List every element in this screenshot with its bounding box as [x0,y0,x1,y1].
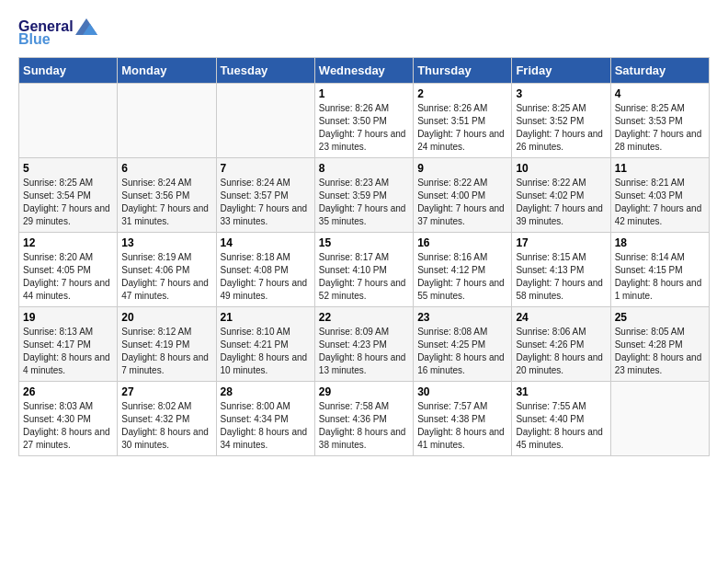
day-info: Sunrise: 8:25 AMSunset: 3:53 PMDaylight:… [615,102,705,154]
calendar-cell [118,84,216,158]
day-number: 30 [417,385,507,398]
logo-container: General Blue [18,18,97,48]
day-info: Sunrise: 7:58 AMSunset: 4:36 PMDaylight:… [319,400,409,452]
day-number: 7 [221,162,311,175]
day-info: Sunrise: 8:22 AMSunset: 4:00 PMDaylight:… [417,177,507,228]
calendar-week: 12Sunrise: 8:20 AMSunset: 4:05 PMDayligh… [19,233,710,307]
calendar-cell: 26Sunrise: 8:03 AMSunset: 4:30 PMDayligh… [19,382,118,456]
calendar-table: SundayMondayTuesdayWednesdayThursdayFrid… [18,57,710,456]
calendar-cell: 19Sunrise: 8:13 AMSunset: 4:17 PMDayligh… [19,307,118,382]
day-info: Sunrise: 8:19 AMSunset: 4:06 PMDaylight:… [121,251,211,303]
day-info: Sunrise: 8:02 AMSunset: 4:32 PMDaylight:… [121,400,211,452]
day-number: 15 [319,236,409,249]
calendar-cell: 2Sunrise: 8:26 AMSunset: 3:51 PMDaylight… [414,84,512,158]
calendar-cell: 30Sunrise: 7:57 AMSunset: 4:38 PMDayligh… [414,382,512,456]
day-number: 13 [121,236,211,249]
day-info: Sunrise: 8:18 AMSunset: 4:08 PMDaylight:… [221,251,311,303]
calendar-cell: 18Sunrise: 8:14 AMSunset: 4:15 PMDayligh… [610,233,709,307]
day-number: 17 [516,236,606,249]
calendar-cell: 5Sunrise: 8:25 AMSunset: 3:54 PMDaylight… [19,158,118,233]
day-info: Sunrise: 8:25 AMSunset: 3:52 PMDaylight:… [516,102,606,154]
day-number: 1 [319,87,409,100]
calendar-cell: 25Sunrise: 8:05 AMSunset: 4:28 PMDayligh… [610,307,709,382]
day-info: Sunrise: 8:08 AMSunset: 4:25 PMDaylight:… [417,326,507,377]
header-day: Wednesday [314,58,413,84]
day-number: 11 [615,162,705,175]
calendar-cell: 7Sunrise: 8:24 AMSunset: 3:57 PMDaylight… [216,158,314,233]
header-row: SundayMondayTuesdayWednesdayThursdayFrid… [19,58,710,84]
calendar-cell: 16Sunrise: 8:16 AMSunset: 4:12 PMDayligh… [414,233,512,307]
calendar-week: 19Sunrise: 8:13 AMSunset: 4:17 PMDayligh… [19,307,710,382]
day-info: Sunrise: 8:17 AMSunset: 4:10 PMDaylight:… [319,251,409,303]
calendar-cell: 11Sunrise: 8:21 AMSunset: 4:03 PMDayligh… [610,158,709,233]
calendar-week: 1Sunrise: 8:26 AMSunset: 3:50 PMDaylight… [19,84,710,158]
logo-blue: Blue [18,31,51,48]
day-number: 25 [615,311,705,324]
day-number: 20 [121,311,211,324]
calendar-cell: 22Sunrise: 8:09 AMSunset: 4:23 PMDayligh… [314,307,413,382]
calendar-cell: 23Sunrise: 8:08 AMSunset: 4:25 PMDayligh… [414,307,512,382]
day-info: Sunrise: 8:03 AMSunset: 4:30 PMDaylight:… [23,400,113,452]
header-day: Sunday [19,58,118,84]
calendar-cell: 12Sunrise: 8:20 AMSunset: 4:05 PMDayligh… [19,233,118,307]
calendar-week: 5Sunrise: 8:25 AMSunset: 3:54 PMDaylight… [19,158,710,233]
day-info: Sunrise: 8:26 AMSunset: 3:51 PMDaylight:… [417,102,507,154]
day-info: Sunrise: 8:26 AMSunset: 3:50 PMDaylight:… [319,102,409,154]
day-number: 6 [121,162,211,175]
day-number: 2 [417,87,507,100]
calendar-cell: 8Sunrise: 8:23 AMSunset: 3:59 PMDaylight… [314,158,413,233]
day-number: 22 [319,311,409,324]
day-number: 16 [417,236,507,249]
calendar-cell: 29Sunrise: 7:58 AMSunset: 4:36 PMDayligh… [314,382,413,456]
day-number: 5 [23,162,113,175]
calendar-cell [610,382,709,456]
day-info: Sunrise: 8:25 AMSunset: 3:54 PMDaylight:… [23,177,113,228]
calendar-cell [19,84,118,158]
page-header: General Blue [18,18,710,48]
calendar-cell: 3Sunrise: 8:25 AMSunset: 3:52 PMDaylight… [512,84,610,158]
calendar-week: 26Sunrise: 8:03 AMSunset: 4:30 PMDayligh… [19,382,710,456]
day-number: 28 [221,385,311,398]
calendar-cell: 13Sunrise: 8:19 AMSunset: 4:06 PMDayligh… [118,233,216,307]
calendar-cell: 17Sunrise: 8:15 AMSunset: 4:13 PMDayligh… [512,233,610,307]
day-info: Sunrise: 8:22 AMSunset: 4:02 PMDaylight:… [516,177,606,228]
calendar-cell: 10Sunrise: 8:22 AMSunset: 4:02 PMDayligh… [512,158,610,233]
logo-icon [75,18,97,35]
day-info: Sunrise: 8:05 AMSunset: 4:28 PMDaylight:… [615,326,705,377]
day-info: Sunrise: 7:55 AMSunset: 4:40 PMDaylight:… [516,400,606,452]
day-info: Sunrise: 8:24 AMSunset: 3:56 PMDaylight:… [121,177,211,228]
day-info: Sunrise: 8:23 AMSunset: 3:59 PMDaylight:… [319,177,409,228]
header-day: Tuesday [216,58,314,84]
day-number: 26 [23,385,113,398]
day-number: 10 [516,162,606,175]
calendar-cell: 14Sunrise: 8:18 AMSunset: 4:08 PMDayligh… [216,233,314,307]
calendar-cell: 6Sunrise: 8:24 AMSunset: 3:56 PMDaylight… [118,158,216,233]
day-info: Sunrise: 8:20 AMSunset: 4:05 PMDaylight:… [23,251,113,303]
day-info: Sunrise: 8:00 AMSunset: 4:34 PMDaylight:… [221,400,311,452]
calendar-cell: 21Sunrise: 8:10 AMSunset: 4:21 PMDayligh… [216,307,314,382]
day-number: 14 [221,236,311,249]
day-number: 12 [23,236,113,249]
day-number: 23 [417,311,507,324]
day-number: 24 [516,311,606,324]
calendar-cell [216,84,314,158]
header-day: Friday [512,58,610,84]
day-number: 31 [516,385,606,398]
day-info: Sunrise: 7:57 AMSunset: 4:38 PMDaylight:… [417,400,507,452]
day-number: 9 [417,162,507,175]
day-number: 21 [221,311,311,324]
calendar-cell: 28Sunrise: 8:00 AMSunset: 4:34 PMDayligh… [216,382,314,456]
calendar-cell: 31Sunrise: 7:55 AMSunset: 4:40 PMDayligh… [512,382,610,456]
header-day: Thursday [414,58,512,84]
header-day: Monday [118,58,216,84]
calendar-cell: 9Sunrise: 8:22 AMSunset: 4:00 PMDaylight… [414,158,512,233]
calendar-cell: 4Sunrise: 8:25 AMSunset: 3:53 PMDaylight… [610,84,709,158]
day-info: Sunrise: 8:10 AMSunset: 4:21 PMDaylight:… [221,326,311,377]
day-info: Sunrise: 8:12 AMSunset: 4:19 PMDaylight:… [121,326,211,377]
day-info: Sunrise: 8:13 AMSunset: 4:17 PMDaylight:… [23,326,113,377]
calendar-cell: 1Sunrise: 8:26 AMSunset: 3:50 PMDaylight… [314,84,413,158]
day-info: Sunrise: 8:15 AMSunset: 4:13 PMDaylight:… [516,251,606,303]
day-number: 29 [319,385,409,398]
logo: General Blue [18,18,97,48]
calendar-cell: 24Sunrise: 8:06 AMSunset: 4:26 PMDayligh… [512,307,610,382]
